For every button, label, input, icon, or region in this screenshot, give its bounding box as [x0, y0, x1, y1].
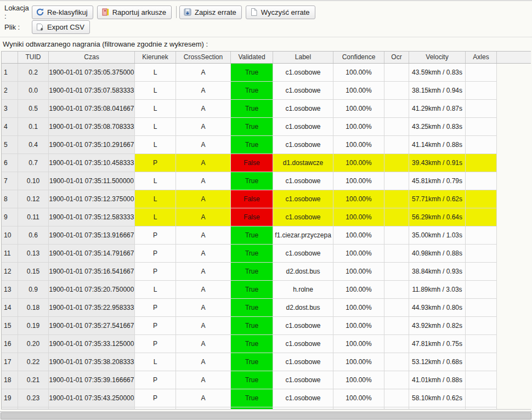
table-row[interactable]: 20.01900-01-01 07:35:07.583333LATruec1.o…: [2, 82, 531, 100]
table-row[interactable]: 140.181900-01-01 07:35:22.958333PATrued2…: [2, 299, 531, 317]
cell-label: c1.osobowe: [273, 371, 333, 389]
cell-validated: True: [231, 263, 273, 281]
cell-validated: False: [231, 208, 273, 226]
cell-cross_section: A: [176, 299, 231, 317]
cell-axles: [466, 64, 497, 82]
table-row[interactable]: 150.191900-01-01 07:35:27.541667PATruec1…: [2, 317, 531, 335]
cell-czas: 1900-01-01 07:35:07.583333: [49, 82, 135, 100]
table-row[interactable]: 70.101900-01-01 07:35:11.500000LATruec1.…: [2, 172, 531, 190]
table-row[interactable]: 90.111900-01-01 07:35:12.583333LAFalsec1…: [2, 208, 531, 226]
cell-cross_section: A: [176, 281, 231, 299]
cell-validated: True: [231, 353, 273, 371]
table-row[interactable]: 50.41900-01-01 07:35:10.291667LATruec1.o…: [2, 136, 531, 154]
column-header-czas[interactable]: Czas: [49, 52, 135, 63]
reclassify-label: Re-klasyfikuj: [47, 8, 88, 16]
cell-czas: 1900-01-01 07:35:14.791667: [49, 245, 135, 263]
column-header-filler: [497, 52, 531, 63]
column-header-validated[interactable]: Validated: [231, 52, 273, 63]
cell-czas: 1900-01-01 07:35:22.958333: [49, 299, 135, 317]
clear-errata-button[interactable]: Wyczyść errate: [246, 5, 315, 19]
cell-tuid: 0.19: [18, 317, 49, 335]
table-row[interactable]: 160.201900-01-01 07:35:33.125000PATruec1…: [2, 335, 531, 353]
cell-cross_section: A: [176, 136, 231, 154]
table-row[interactable]: 100.61900-01-01 07:35:13.916667PATruef1.…: [2, 226, 531, 245]
table-row[interactable]: 120.151900-01-01 07:35:16.541667PATrued2…: [2, 263, 531, 281]
cell-confidence: [333, 407, 384, 410]
horizontal-scrollbar-thumb[interactable]: [1, 412, 531, 419]
column-header-kierunek[interactable]: Kierunek: [135, 52, 176, 63]
cell-cross_section: A: [176, 100, 231, 118]
cell-num: 20: [2, 407, 18, 410]
cell-confidence: 100.00%: [333, 281, 384, 299]
table-row[interactable]: 110.131900-01-01 07:35:14.791667PATruec1…: [2, 245, 531, 263]
cell-validated: True: [231, 64, 273, 82]
cell-num: 14: [2, 299, 18, 317]
column-header-axles[interactable]: Axles: [466, 52, 497, 63]
horizontal-scrollbar[interactable]: [0, 411, 532, 420]
cell-num: 19: [2, 389, 18, 407]
table-row[interactable]: 130.91900-01-01 07:35:20.750000LATrueh.r…: [2, 281, 531, 299]
column-header-label[interactable]: Label: [273, 52, 333, 63]
column-header-ocr[interactable]: Ocr: [384, 52, 409, 63]
cell-tuid: 0.0: [18, 82, 49, 100]
cell-validated: True: [231, 317, 273, 335]
table-row[interactable]: 190.231900-01-01 07:35:43.250000PATruec1…: [2, 389, 531, 407]
column-header-confidence[interactable]: Confidence: [333, 52, 384, 63]
cell-confidence: 100.00%: [333, 190, 384, 208]
column-header-cross_section[interactable]: CrossSection: [176, 52, 231, 63]
cell-ocr: [384, 281, 409, 299]
cell-axles: [466, 263, 497, 281]
cell-kierunek: L: [135, 136, 176, 154]
cell-czas: 1900-01-01 07:35:16.541667: [49, 263, 135, 281]
cell-num: 6: [2, 154, 18, 172]
cell-tuid: 0.21: [18, 371, 49, 389]
cell-cross_section: A: [176, 335, 231, 353]
export-csv-button[interactable]: Export CSV: [32, 20, 90, 34]
cell-cross_section: A: [176, 118, 231, 136]
save-errata-label: Zapisz errate: [195, 8, 236, 16]
cell-kierunek: P: [135, 226, 176, 245]
cell-confidence: 100.00%: [333, 136, 384, 154]
table-row[interactable]: 60.71900-01-01 07:35:10.458333PAFalsed1.…: [2, 154, 531, 172]
cell-validated: True: [231, 172, 273, 190]
reclassify-button[interactable]: Re-klasyfikuj: [32, 5, 93, 19]
cell-kierunek: L: [135, 208, 176, 226]
cell-tuid: 0.6: [18, 226, 49, 245]
cell-axles: [466, 281, 497, 299]
table-row[interactable]: 80.121900-01-01 07:35:12.375000LAFalsec1…: [2, 190, 531, 208]
cell-czas: [49, 407, 135, 410]
cell-label: c1.osobowe: [273, 317, 333, 335]
cell-ocr: [384, 208, 409, 226]
column-header-velocity[interactable]: Velocity: [409, 52, 466, 63]
table-row[interactable]: 170.221900-01-01 07:35:38.208333LATruec1…: [2, 353, 531, 371]
cell-ocr: [384, 263, 409, 281]
cell-confidence: 100.00%: [333, 82, 384, 100]
table-row[interactable]: 10.21900-01-01 07:35:05.375000LATruec1.o…: [2, 64, 531, 82]
cell-confidence: 100.00%: [333, 263, 384, 281]
column-header-tuid[interactable]: TUID: [18, 52, 49, 63]
cell-validated: True: [231, 389, 273, 407]
cell-kierunek: L: [135, 100, 176, 118]
column-header-num[interactable]: [2, 52, 18, 63]
cell-tuid: 0.1: [18, 118, 49, 136]
report-sheets-button[interactable]: Raportuj arkusze: [97, 5, 172, 19]
cell-cross_section: A: [176, 172, 231, 190]
cell-velocity: 43.59kmh / 0.83s: [409, 64, 466, 82]
cell-czas: 1900-01-01 07:35:12.583333: [49, 208, 135, 226]
cell-cross_section: [176, 407, 231, 410]
cell-axles: [466, 226, 497, 245]
table-row[interactable]: 20True: [2, 407, 531, 410]
save-errata-button[interactable]: Zapisz errate: [179, 5, 242, 19]
cell-ocr: [384, 353, 409, 371]
table-row[interactable]: 40.11900-01-01 07:35:08.708333LATruec1.o…: [2, 118, 531, 136]
cell-ocr: [384, 136, 409, 154]
cell-label: c1.osobowe: [273, 190, 333, 208]
cell-num: 16: [2, 335, 18, 353]
table-row[interactable]: 30.51900-01-01 07:35:08.041667LATruec1.o…: [2, 100, 531, 118]
cell-label: d1.dostawcze: [273, 154, 333, 172]
cell-ocr: [384, 100, 409, 118]
file-label: Plik :: [4, 23, 32, 31]
cell-ocr: [384, 172, 409, 190]
cell-axles: [466, 317, 497, 335]
table-row[interactable]: 180.211900-01-01 07:35:39.166667PATruec1…: [2, 371, 531, 389]
